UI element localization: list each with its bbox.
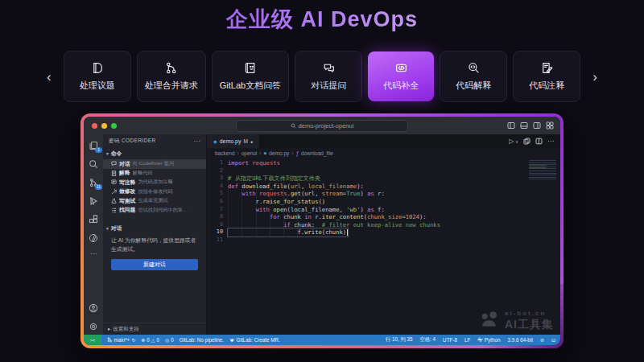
editor-more-icon[interactable]: ⋯ <box>547 138 554 145</box>
remote-indicator[interactable]: >< <box>84 335 101 345</box>
chevron-down-icon: ▾ <box>106 226 109 231</box>
code-line[interactable]: 1import requests <box>207 159 560 167</box>
tab-gitlab-doc-qa[interactable]: GitLab文档问答 <box>212 51 289 102</box>
commands-section-header[interactable]: ▾ 命令 <box>103 148 206 159</box>
error-icon: ⊗ <box>141 337 145 343</box>
account-icon[interactable] <box>88 302 99 313</box>
minimize-button[interactable] <box>101 123 107 129</box>
search-icon <box>291 123 296 129</box>
carousel-next-button[interactable]: › <box>586 70 604 84</box>
branch-icon <box>107 337 113 343</box>
breadcrumb[interactable]: backend› openui› ◆ demo.py› ƒ download_f… <box>207 148 560 158</box>
coderider-icon[interactable] <box>88 232 99 243</box>
chat-section-description: 让 AI 为你解释代码，提供思路或者生成测试。 <box>103 234 206 253</box>
encoding-setting[interactable]: UTF-8 <box>443 337 457 343</box>
wrench-icon <box>111 189 117 195</box>
gitlab-tanuki-icon <box>229 337 235 343</box>
code-line[interactable]: 9 if chunk: # filter out keep-alive new … <box>207 221 560 229</box>
command-write-comment[interactable]: 写注释 为代码添加注释 <box>103 178 206 187</box>
tab-handle-issues[interactable]: 处理议题 <box>64 51 131 102</box>
code-line[interactable]: 7 with open(local_filename, 'wb') as f: <box>207 206 560 214</box>
issue-icon <box>90 61 104 75</box>
ai-bot-logo-icon <box>480 310 500 330</box>
close-button[interactable] <box>92 123 97 129</box>
indentation-setting[interactable]: 空格: 4 <box>420 336 436 343</box>
sidebar-more-icon[interactable]: ⋯ <box>194 138 200 145</box>
run-debug-icon[interactable] <box>88 195 99 206</box>
command-explain[interactable]: 解释 解释代码 <box>103 169 206 179</box>
more-views-icon[interactable]: ⋯ <box>90 251 97 257</box>
tab-code-completion[interactable]: 代码补全 <box>368 51 434 101</box>
doc-qa-icon <box>243 61 257 75</box>
text-cursor <box>347 229 348 236</box>
python-interpreter[interactable]: 3.9.6 64-bit <box>507 337 533 343</box>
chat-bubble-icon <box>111 161 117 167</box>
chat-section-header[interactable]: ▾ 对话 <box>103 223 206 234</box>
activity-bar: 1 11 ⋯ <box>84 134 103 335</box>
split-editor-icon[interactable] <box>535 138 543 145</box>
watermark-name: AI工具集 <box>505 319 554 330</box>
merge-request-icon <box>164 61 178 75</box>
code-line[interactable]: 11 <box>207 237 560 245</box>
gitlab-pipeline-status[interactable]: GitLab: No pipeline. <box>180 337 224 343</box>
toggle-sidebar-icon[interactable] <box>507 121 515 130</box>
command-write-test[interactable]: 写测试 生成单元测试 <box>103 196 206 206</box>
code-line[interactable]: 6 r.raise_for_status() <box>207 198 560 206</box>
language-mode[interactable]: Python <box>477 337 500 343</box>
open-changes-icon[interactable] <box>523 138 530 145</box>
explorer-icon[interactable]: 1 <box>88 140 99 150</box>
tab-label: 代码解释 <box>456 80 491 92</box>
source-control-icon[interactable]: 11 <box>88 177 99 187</box>
customize-layout-icon[interactable] <box>546 121 554 130</box>
python-file-icon: ◆ <box>263 150 266 155</box>
python-file-icon: ◆ <box>213 138 217 144</box>
toggle-secondary-sidebar-icon[interactable] <box>533 121 541 130</box>
minimap[interactable] <box>529 160 556 181</box>
chevron-right-icon: ▸ <box>108 326 110 332</box>
run-dropdown-icon[interactable]: ∨ <box>515 139 518 144</box>
tab-code-explain[interactable]: 代码解释 <box>440 51 507 102</box>
code-line[interactable]: 10 f.write(chunk) <box>207 228 560 237</box>
tab-handle-merge-requests[interactable]: 处理合并请求 <box>137 51 206 102</box>
code-line[interactable]: 2 <box>207 167 560 175</box>
carousel-prev-button[interactable]: ‹ <box>40 70 58 84</box>
command-chat[interactable]: 对话 向 CodeRider 提问 <box>103 159 206 169</box>
tab-code-comment[interactable]: 代码注释 <box>513 51 580 102</box>
checklist-icon <box>111 208 117 213</box>
ports-status[interactable]: ◎ 0 <box>165 337 174 343</box>
problems-status[interactable]: ⊗ 0 △ 0 <box>141 337 159 343</box>
code-line[interactable]: 4def download_file(url, local_filename): <box>207 183 560 191</box>
eol-setting[interactable]: LF <box>464 337 470 343</box>
maximize-button[interactable] <box>111 123 117 129</box>
settings-support-section[interactable]: ▸ 设置和支持 <box>103 323 206 335</box>
code-line[interactable]: 8 for chunk in r.iter_content(chunk_size… <box>207 213 560 221</box>
code-complete-icon <box>394 61 408 75</box>
command-center-search[interactable]: demo-project-openui <box>236 120 408 132</box>
code-line[interactable]: 3# 从指定URL下载文件到指定文件夹 <box>207 175 560 183</box>
search-sidebar-icon[interactable] <box>88 158 99 169</box>
code-editor[interactable]: 1import requests23# 从指定URL下载文件到指定文件夹4def… <box>207 158 560 335</box>
sync-icon: ↻ <box>131 337 135 343</box>
command-find-issues[interactable]: 找问题 尝试找到代码中的坏… <box>103 206 206 216</box>
window-titlebar[interactable]: ← → demo-project-openui <box>84 117 560 134</box>
python-icon <box>477 337 483 343</box>
feedback-icon[interactable]: ⊡ <box>551 337 555 343</box>
watermark-url: ai-bot.cn <box>505 311 554 317</box>
editor-tab-demo-py[interactable]: ◆ demo.py M ● <box>207 134 260 148</box>
coderider-sidebar: 蜜码 CODERIDER ⋯ ▾ 命令 对话 向 CodeRider 提问 解释… <box>103 134 207 335</box>
tab-chat-ask[interactable]: 对话提问 <box>295 51 362 102</box>
command-modify[interactable]: 做修改 按指令修改代码 <box>103 187 206 197</box>
coderider-status-icon[interactable]: ⊘ <box>540 337 544 343</box>
run-python-icon[interactable]: ▷ <box>509 138 514 145</box>
code-comment-icon <box>540 61 554 75</box>
new-chat-button[interactable]: 新建对话 <box>111 259 198 270</box>
code-line[interactable]: 5 with requests.get(url, stream=True) as… <box>207 190 560 198</box>
gitlab-create-mr[interactable]: GitLab: Create MR. <box>229 337 280 343</box>
cursor-position[interactable]: 行 10, 列 35 <box>386 336 413 343</box>
extensions-icon[interactable] <box>88 214 99 224</box>
tab-label: 处理合并请求 <box>145 80 198 92</box>
git-branch-status[interactable]: main*+ ↻ <box>107 337 135 343</box>
toggle-panel-icon[interactable] <box>520 121 528 130</box>
settings-gear-icon[interactable] <box>88 321 99 331</box>
document-icon <box>111 171 117 176</box>
